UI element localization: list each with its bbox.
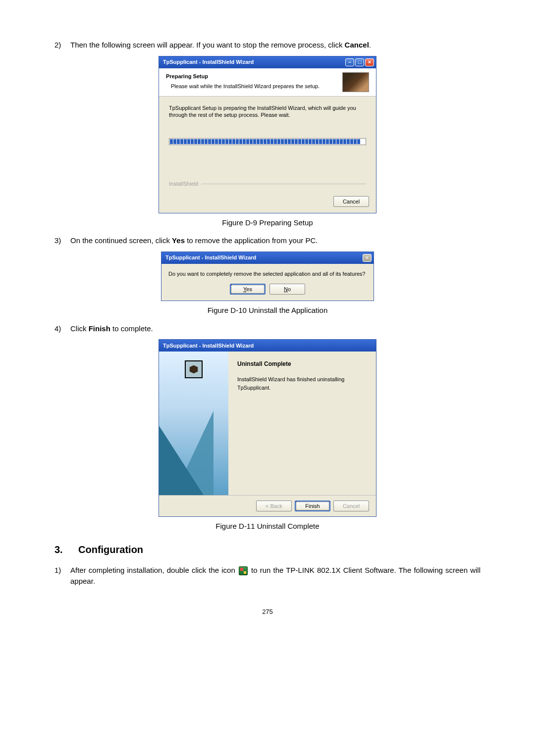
dlg3-body-text: InstallShield Wizard has finished uninst… bbox=[237, 375, 367, 392]
step-3-yes-word: Yes bbox=[172, 236, 185, 245]
dlg3-main: Uninstall Complete InstallShield Wizard … bbox=[159, 352, 376, 495]
dlg1-window-buttons: – □ × bbox=[345, 58, 374, 66]
installer-thumbnail-icon bbox=[342, 72, 369, 92]
dialog-uninstall-complete: TpSupplicant - InstallShield Wizard Unin… bbox=[159, 339, 376, 517]
section-3-num: 3. bbox=[54, 542, 78, 557]
yes-button[interactable]: Yes bbox=[230, 284, 266, 295]
step-2-cancel-word: Cancel bbox=[345, 41, 369, 49]
step-4-num: 4) bbox=[54, 323, 70, 335]
minimize-icon[interactable]: – bbox=[345, 58, 354, 66]
figure-d10-caption: Figure D-10 Uninstall the Application bbox=[54, 305, 481, 316]
cfg-step-1-text-a: After completing installation, double cl… bbox=[70, 566, 238, 574]
cancel-button: Cancel bbox=[333, 501, 369, 511]
dlg2-window-buttons: × bbox=[363, 254, 372, 262]
dlg1-footer: Cancel bbox=[159, 192, 376, 213]
figure-d9-caption: Figure D-9 Preparing Setup bbox=[54, 217, 481, 229]
finish-button[interactable]: Finish bbox=[295, 501, 330, 511]
dlg2-titlebar: TpSupplicant - InstallShield Wizard × bbox=[161, 252, 374, 264]
cancel-button[interactable]: Cancel bbox=[333, 196, 369, 207]
close-icon[interactable]: × bbox=[365, 58, 374, 66]
step-4-text-a: Click bbox=[70, 324, 89, 333]
step-4-text: Click Finish to complete. bbox=[70, 323, 481, 335]
section-3-heading: 3.Configuration bbox=[54, 542, 481, 557]
dlg1-brand: InstallShield bbox=[169, 180, 198, 188]
dlg3-title: TpSupplicant - InstallShield Wizard bbox=[163, 342, 254, 350]
dlg1-brand-row: InstallShield bbox=[169, 180, 366, 188]
figure-d11-caption: Figure D-11 Uninstall Complete bbox=[54, 521, 481, 532]
dlg2-question: Do you want to completely remove the sel… bbox=[161, 264, 374, 280]
step-2-text-a: Then the following screen will appear. I… bbox=[70, 41, 345, 49]
tplink-client-icon bbox=[239, 566, 248, 575]
step-3-text-c: to remove the application from your PC. bbox=[185, 236, 318, 245]
maximize-icon[interactable]: □ bbox=[355, 58, 364, 66]
step-4-text-c: to complete. bbox=[110, 324, 153, 333]
step-3-num: 3) bbox=[54, 235, 70, 247]
step-2-num: 2) bbox=[54, 40, 70, 51]
dlg3-content: Uninstall Complete InstallShield Wizard … bbox=[228, 352, 376, 495]
dlg3-side-graphic bbox=[159, 352, 228, 495]
step-2-text: Then the following screen will appear. I… bbox=[70, 40, 481, 51]
dialog-preparing-setup: TpSupplicant - InstallShield Wizard – □ … bbox=[159, 56, 376, 213]
dlg1-heading: Preparing Setup bbox=[166, 72, 342, 81]
page-number: 275 bbox=[54, 607, 481, 617]
dlg1-titlebar: TpSupplicant - InstallShield Wizard – □ … bbox=[159, 56, 376, 68]
cfg-step-1-text: After completing installation, double cl… bbox=[70, 565, 481, 587]
dlg1-subheading: Please wait while the InstallShield Wiza… bbox=[171, 82, 342, 91]
step-3-text: On the continued screen, click Yes to re… bbox=[70, 235, 481, 247]
cfg-step-1-num: 1) bbox=[54, 565, 70, 587]
step-4-finish-word: Finish bbox=[89, 324, 110, 333]
step-3: 3) On the continued screen, click Yes to… bbox=[54, 235, 481, 247]
step-2-text-c: . bbox=[369, 41, 371, 49]
dlg3-heading: Uninstall Complete bbox=[237, 359, 367, 368]
dlg1-title: TpSupplicant - InstallShield Wizard bbox=[163, 58, 254, 66]
dlg3-footer: < Back Finish Cancel bbox=[159, 495, 376, 516]
no-button[interactable]: No bbox=[269, 284, 305, 295]
dlg1-header: Preparing Setup Please wait while the In… bbox=[159, 68, 376, 97]
dlg1-body: TpSupplicant Setup is preparing the Inst… bbox=[159, 97, 376, 192]
close-icon[interactable]: × bbox=[363, 254, 372, 262]
divider bbox=[201, 184, 366, 184]
progress-bar bbox=[169, 138, 366, 145]
section-3-title: Configuration bbox=[78, 544, 143, 555]
dlg1-body-text: TpSupplicant Setup is preparing the Inst… bbox=[169, 104, 366, 119]
dlg2-title: TpSupplicant - InstallShield Wizard bbox=[165, 253, 256, 262]
dlg3-titlebar: TpSupplicant - InstallShield Wizard bbox=[159, 340, 376, 352]
dialog-confirm-remove: TpSupplicant - InstallShield Wizard × Do… bbox=[161, 252, 374, 302]
dlg2-buttons: Yes No bbox=[161, 280, 374, 301]
step-3-text-a: On the continued screen, click bbox=[70, 236, 172, 245]
cfg-step-1: 1) After completing installation, double… bbox=[54, 565, 481, 587]
package-icon bbox=[185, 360, 203, 378]
step-4: 4) Click Finish to complete. bbox=[54, 323, 481, 335]
step-2: 2) Then the following screen will appear… bbox=[54, 40, 481, 51]
back-button: < Back bbox=[256, 501, 292, 511]
